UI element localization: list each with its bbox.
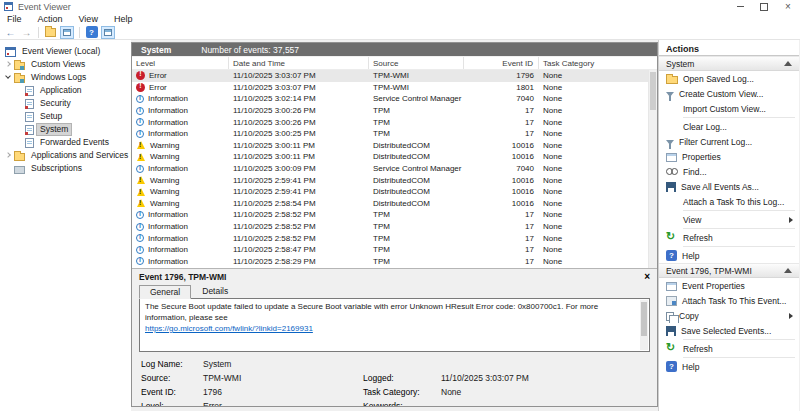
event-row[interactable]: Information11/10/2025 2:58:47 PMTPM17Non… — [132, 244, 657, 256]
action-help[interactable]: Help — [659, 248, 799, 263]
level-text: Warning — [150, 199, 180, 208]
action-label: Copy — [679, 311, 699, 321]
forward-icon[interactable] — [20, 26, 33, 39]
action-pane-icon[interactable] — [101, 26, 115, 39]
tree-item-label: Application — [37, 85, 85, 96]
tree-item-system[interactable]: System — [0, 123, 131, 136]
help-icon[interactable] — [86, 26, 98, 38]
tree-item-application[interactable]: Application — [0, 84, 131, 97]
restore-icon[interactable] — [752, 0, 776, 13]
task-cell: None — [539, 232, 647, 244]
source-cell: DistributedCOM — [369, 198, 464, 210]
chevron-closed-icon[interactable] — [4, 60, 13, 69]
event-row[interactable]: Error11/10/2025 3:03:07 PMTPM-WMI1801Non… — [132, 82, 657, 94]
field-label: Task Category: — [363, 385, 441, 399]
close-icon[interactable] — [776, 0, 800, 13]
action-attach-task-to-this-event[interactable]: Attach Task To This Event... — [659, 293, 799, 308]
action-attach-a-task-to-this-log[interactable]: Attach a Task To this Log... — [659, 194, 799, 209]
event-list-scrollbar[interactable] — [648, 70, 657, 268]
event-row[interactable]: Error11/10/2025 3:03:07 PMTPM-WMI1796Non… — [132, 70, 657, 82]
minimize-icon[interactable] — [728, 0, 752, 13]
description-scrollbar[interactable] — [640, 300, 648, 350]
tree-item-forwarded-events[interactable]: Forwarded Events — [0, 136, 131, 149]
column-header-event-id[interactable]: Event ID — [464, 57, 539, 69]
scrollbar-thumb[interactable] — [650, 72, 656, 110]
column-header-source[interactable]: Source — [369, 57, 464, 69]
chevron-open-icon[interactable] — [4, 73, 13, 82]
source-cell: TPM — [369, 105, 464, 117]
collapse-icon[interactable] — [784, 268, 792, 273]
action-filter-current-log[interactable]: Filter Current Log... — [659, 134, 799, 149]
event-row[interactable]: Information11/10/2025 3:00:25 PMTPM17Non… — [132, 128, 657, 140]
event-row[interactable]: Information11/10/2025 3:00:26 PMTPM17Non… — [132, 116, 657, 128]
action-help[interactable]: Help — [659, 359, 799, 374]
action-find[interactable]: Find... — [659, 164, 799, 179]
action-refresh[interactable]: Refresh — [659, 230, 799, 245]
event-id-cell: 7040 — [464, 93, 539, 105]
action-properties[interactable]: Properties — [659, 149, 799, 164]
event-row[interactable]: Warning11/10/2025 2:59:41 PMDistributedC… — [132, 174, 657, 186]
column-header-task-category[interactable]: Task Category — [539, 57, 647, 69]
tab-details[interactable]: Details — [191, 284, 239, 298]
actions-section-event-1796-tpm-wmi[interactable]: Event 1796, TPM-WMI — [659, 263, 799, 278]
event-row[interactable]: Warning11/10/2025 2:58:54 PMDistributedC… — [132, 198, 657, 210]
date-cell: 11/10/2025 2:58:52 PM — [229, 209, 369, 221]
event-id-cell: 10016 — [464, 174, 539, 186]
event-row[interactable]: Information11/10/2025 2:58:52 PMTPM17Non… — [132, 209, 657, 221]
tab-general[interactable]: General — [139, 285, 191, 299]
tree-item-applications-and-services-lo[interactable]: Applications and Services Lo — [0, 149, 131, 162]
action-create-custom-view[interactable]: Create Custom View... — [659, 86, 799, 101]
column-header-date[interactable]: Date and Time — [229, 57, 369, 69]
menu-action[interactable]: Action — [38, 13, 63, 25]
action-copy[interactable]: Copy — [659, 308, 799, 323]
event-row[interactable]: Warning11/10/2025 3:00:11 PMDistributedC… — [132, 151, 657, 163]
event-row[interactable]: Information11/10/2025 3:00:09 PMService … — [132, 163, 657, 175]
chevron-slot — [15, 125, 24, 134]
event-viewer-app-icon — [4, 2, 13, 11]
event-row[interactable]: Information11/10/2025 2:58:52 PMTPM17Non… — [132, 232, 657, 244]
actions-section-system[interactable]: System — [659, 56, 799, 71]
tree-item-security[interactable]: Security — [0, 97, 131, 110]
action-view[interactable]: View — [659, 212, 799, 227]
task-cell: None — [539, 82, 647, 94]
log-name: System — [141, 45, 171, 55]
copy-icon — [666, 312, 674, 321]
action-label: Save Selected Events... — [681, 326, 771, 336]
column-header-level[interactable]: Level — [132, 57, 229, 69]
action-label: Event Properties — [682, 281, 745, 291]
tree-item-setup[interactable]: Setup — [0, 110, 131, 123]
event-row[interactable]: Information11/10/2025 2:58:52 PMTPM17Non… — [132, 221, 657, 233]
chevron-closed-icon[interactable] — [4, 151, 13, 160]
event-link[interactable]: https://go.microsoft.com/fwlink/?linkid=… — [145, 324, 313, 333]
action-import-custom-view[interactable]: Import Custom View... — [659, 101, 799, 116]
action-refresh[interactable]: Refresh — [659, 341, 799, 356]
menu-view[interactable]: View — [79, 13, 98, 25]
event-row[interactable]: Information11/10/2025 2:58:29 PMTPM17Non… — [132, 256, 657, 268]
event-count: Number of events: 37,557 — [201, 45, 299, 55]
action-save-selected-events[interactable]: Save Selected Events... — [659, 323, 799, 338]
tree-item-subscriptions[interactable]: Subscriptions — [0, 162, 131, 175]
action-event-properties[interactable]: Event Properties — [659, 278, 799, 293]
event-row[interactable]: Warning11/10/2025 2:59:41 PMDistributedC… — [132, 186, 657, 198]
tree-item-custom-views[interactable]: Custom Views — [0, 58, 131, 71]
event-id-cell: 17 — [464, 256, 539, 268]
scrollbar-thumb[interactable] — [641, 302, 647, 336]
menu-file[interactable]: File — [7, 13, 22, 25]
export-icon[interactable] — [45, 28, 56, 37]
action-open-saved-log[interactable]: Open Saved Log... — [659, 71, 799, 86]
details-close-icon[interactable] — [644, 272, 650, 282]
menu-help[interactable]: Help — [114, 13, 133, 25]
event-row[interactable]: Warning11/10/2025 3:00:11 PMDistributedC… — [132, 140, 657, 152]
event-row[interactable]: Information11/10/2025 3:00:26 PMTPM17Non… — [132, 105, 657, 117]
field-value: System — [203, 357, 363, 371]
action-clear-log[interactable]: Clear Log... — [659, 119, 799, 134]
info-icon — [136, 165, 144, 173]
action-save-all-events-as[interactable]: Save All Events As... — [659, 179, 799, 194]
back-icon[interactable] — [4, 26, 17, 39]
tree-item-windows-logs[interactable]: Windows Logs — [0, 71, 131, 84]
help-icon — [666, 361, 677, 372]
event-row[interactable]: Information11/10/2025 3:02:14 PMService … — [132, 93, 657, 105]
collapse-icon[interactable] — [784, 61, 792, 66]
console-tree-icon[interactable] — [60, 26, 74, 39]
tree-item-event-viewer-local[interactable]: Event Viewer (Local) — [0, 45, 131, 58]
